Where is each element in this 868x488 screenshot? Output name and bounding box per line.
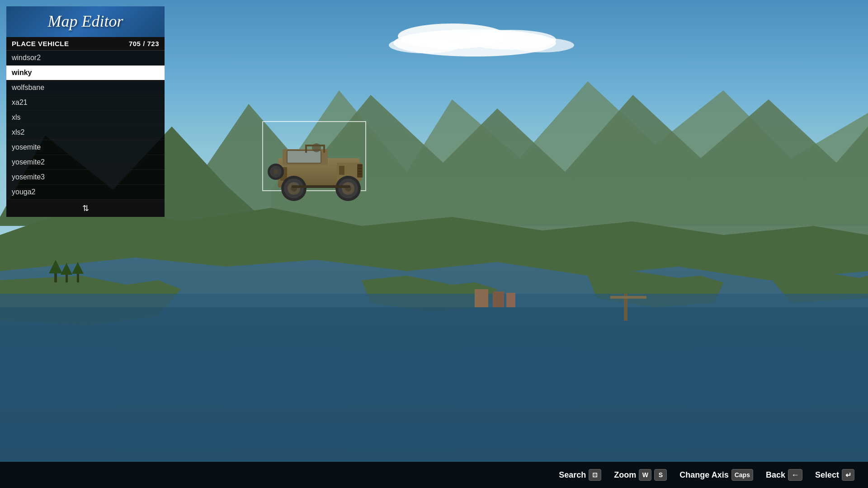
svg-marker-13 <box>588 271 723 307</box>
vehicle-list-item[interactable]: youga2 <box>6 185 165 200</box>
svg-rect-31 <box>287 150 321 163</box>
svg-marker-18 <box>49 260 62 273</box>
select-label: Select <box>815 470 839 480</box>
back-label: Back <box>766 470 785 480</box>
svg-rect-40 <box>323 146 325 153</box>
svg-rect-25 <box>506 293 515 307</box>
select-key[interactable]: ↵ <box>842 469 854 481</box>
vehicle-list-item[interactable]: yosemite2 <box>6 155 165 170</box>
change-axis-key[interactable]: Caps <box>731 469 753 481</box>
app-title: Map Editor <box>14 12 156 31</box>
sidebar: Map Editor PLACE VEHICLE 705 / 723 winds… <box>6 6 165 217</box>
vehicle-list-item[interactable]: yosemite3 <box>6 170 165 185</box>
vehicle-list-item[interactable]: xls2 <box>6 125 165 140</box>
svg-rect-33 <box>339 166 344 175</box>
svg-marker-9 <box>0 203 868 294</box>
svg-marker-14 <box>769 271 868 303</box>
svg-marker-22 <box>72 262 84 274</box>
search-label: Search <box>559 470 586 480</box>
svg-rect-17 <box>54 271 57 282</box>
svg-rect-16 <box>0 307 868 488</box>
sidebar-title: Map Editor <box>6 6 165 37</box>
svg-marker-10 <box>0 258 868 488</box>
svg-point-2 <box>398 23 506 49</box>
vehicle-preview-image <box>264 133 377 206</box>
svg-marker-12 <box>362 276 497 312</box>
zoom-label: Zoom <box>614 470 636 480</box>
hud-change-axis: Change Axis Caps <box>679 469 753 481</box>
vehicle-list-item[interactable]: xls <box>6 110 165 125</box>
svg-rect-21 <box>77 272 79 282</box>
svg-rect-24 <box>493 291 504 307</box>
back-key[interactable]: ← <box>788 469 802 481</box>
vehicle-list-item[interactable]: windsor2 <box>6 51 165 66</box>
svg-marker-11 <box>0 276 181 325</box>
vehicle-list-item[interactable]: winky <box>6 66 165 80</box>
svg-point-54 <box>273 169 278 174</box>
svg-rect-51 <box>292 185 350 188</box>
place-vehicle-header: PLACE VEHICLE 705 / 723 <box>6 37 165 51</box>
svg-rect-15 <box>0 294 868 488</box>
hud-zoom: Zoom W S <box>614 469 667 481</box>
hud-back: Back ← <box>766 469 802 481</box>
hud-select: Select ↵ <box>815 469 854 481</box>
svg-point-42 <box>312 143 321 152</box>
hud-bar: Search ⊡ Zoom W S Change Axis Caps Back … <box>0 462 868 488</box>
zoom-key-s[interactable]: S <box>654 469 667 481</box>
svg-marker-20 <box>61 263 72 275</box>
svg-rect-26 <box>624 294 627 321</box>
svg-rect-27 <box>610 296 646 299</box>
place-vehicle-label: PLACE VEHICLE <box>12 40 69 47</box>
svg-point-4 <box>389 37 461 53</box>
vehicle-list-item[interactable]: xa21 <box>6 95 165 110</box>
vehicle-count: 705 / 723 <box>129 40 159 47</box>
vehicle-list-item[interactable]: wolfsbane <box>6 80 165 95</box>
vehicle-list: windsor2winkywolfsbanexa21xlsxls2yosemit… <box>6 51 165 200</box>
zoom-key-w[interactable]: W <box>639 469 651 481</box>
vehicle-list-item[interactable]: yosemite <box>6 140 165 155</box>
svg-point-1 <box>393 29 556 56</box>
svg-point-5 <box>511 38 574 52</box>
svg-rect-23 <box>475 289 488 307</box>
hud-search: Search ⊡ <box>559 469 601 481</box>
scroll-arrows[interactable]: ⇅ <box>6 200 165 217</box>
search-key[interactable]: ⊡ <box>589 469 601 481</box>
svg-rect-19 <box>66 273 68 282</box>
change-axis-label: Change Axis <box>679 470 728 480</box>
svg-point-3 <box>466 30 556 50</box>
